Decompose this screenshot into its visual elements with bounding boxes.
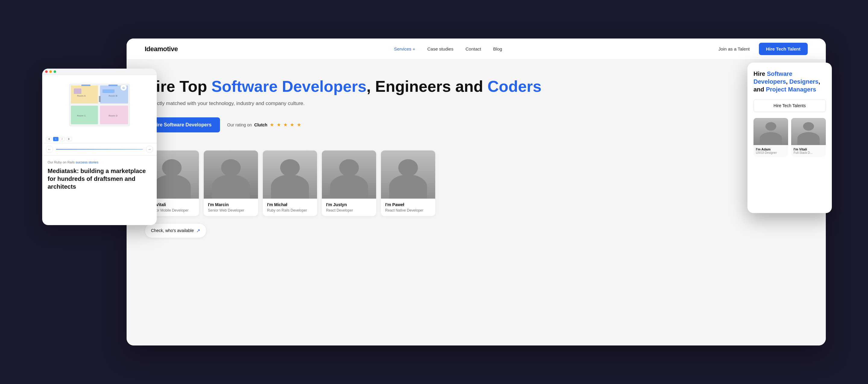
left-side-card: Room A Room B Room C Room D G ◀ 1 2 ▶ (42, 69, 157, 225)
rc-avatar-photo-adam (753, 118, 788, 145)
rc-title-blue2: Designers (789, 78, 818, 85)
page-1[interactable]: 1 (53, 137, 59, 141)
dev-photo-justyn (322, 150, 376, 199)
pagination-bar: ◀ 1 2 ▶ (42, 135, 157, 143)
rating-block: Our rating on Clutch ★ ★ ★ ★ ★ (227, 122, 302, 128)
check-available-label: Check, who's available (151, 228, 194, 233)
svg-text:G: G (122, 86, 124, 90)
svg-text:Room A: Room A (77, 95, 86, 97)
left-card-text: Our Ruby on Rails success stories Mediat… (42, 155, 157, 225)
minimize-dot (50, 70, 52, 73)
rc-title-prefix: Hire (753, 70, 767, 77)
floor-plan-svg: Room A Room B Room C Room D G (66, 81, 133, 129)
close-dot (45, 70, 48, 73)
person-silhouette-michal (263, 150, 317, 199)
developers-grid: I'm Vitali Senior Mobile Developer I'm M… (145, 150, 808, 216)
hero-title-blue1: Software Developers (211, 78, 366, 95)
nav-services[interactable]: Services + (394, 46, 415, 51)
clutch-name: Clutch (254, 123, 268, 127)
person-silhouette-vitali2 (791, 118, 826, 145)
dev-info-justyn: I'm Justyn React Developer (322, 199, 376, 216)
dev-card-justyn[interactable]: I'm Justyn React Developer (322, 150, 376, 216)
rc-avatar-adam[interactable]: I'm Adam UX/UI Designer (753, 118, 788, 157)
person-silhouette-adam (753, 118, 788, 145)
rc-avatars-row: I'm Adam UX/UI Designer I'm Vitali Full-… (753, 118, 826, 157)
dev-card-pawel[interactable]: I'm Paweł React Native Developer (381, 150, 435, 216)
nav-arrows: ← → (42, 143, 157, 155)
dev-photo-marcin (204, 150, 258, 199)
developers-section: I'm Vitali Senior Mobile Developer I'm M… (127, 144, 826, 346)
nav-case-studies[interactable]: Case studies (427, 46, 454, 51)
dev-info-pawel: I'm Paweł React Native Developer (381, 199, 435, 216)
check-available-button[interactable]: Check, who's available ↗ (145, 223, 207, 238)
svg-text:Room C: Room C (77, 114, 86, 117)
progress-line (56, 149, 143, 149)
lc-big-text: Mediatask: building a marketplace for hu… (48, 167, 151, 190)
dev-role-michal: Ruby on Rails Developer (267, 208, 313, 212)
rc-hire-button[interactable]: Hire Tech Talents (753, 99, 826, 112)
svg-rect-6 (108, 84, 118, 86)
rc-avatar-name-adam: I'm Adam (756, 147, 786, 151)
join-talent-link[interactable]: Join as a Talent (718, 46, 750, 51)
nav-right: Join as a Talent Hire Tech Talent (718, 43, 808, 55)
page-numbers: 1 2 (53, 137, 65, 141)
page-prev[interactable]: ◀ (46, 137, 52, 141)
dev-role-marcin: Senior Web Developer (208, 208, 254, 212)
browser-bar (42, 69, 157, 75)
hero-section: Hire Top Software Developers, Engineers … (127, 60, 826, 144)
hero-subtitle: Perfectly matched with your technology, … (145, 101, 808, 107)
rc-avatar-vitali2[interactable]: I'm Vitali Full-Stack D... (791, 118, 826, 157)
dev-info-marcin: I'm Marcin Senior Web Developer (204, 199, 258, 216)
rc-avatar-info-adam: I'm Adam UX/UI Designer (753, 145, 788, 157)
main-browser-window: Ideamotive Services + Case studies Conta… (127, 38, 826, 346)
page-2[interactable]: 2 (59, 137, 65, 141)
dev-name-justyn: I'm Justyn (326, 202, 372, 207)
dev-name-pawel: I'm Paweł (385, 202, 431, 207)
svg-text:Room D: Room D (108, 114, 118, 117)
dev-card-marcin[interactable]: I'm Marcin Senior Web Developer (204, 150, 258, 216)
svg-rect-5 (82, 84, 90, 86)
svg-rect-8 (74, 89, 82, 94)
nav-contact[interactable]: Contact (465, 46, 481, 51)
svg-text:Room B: Room B (109, 95, 118, 97)
hero-title: Hire Top Software Developers, Engineers … (145, 78, 808, 96)
rc-avatar-name-vitali2: I'm Vitali (794, 147, 824, 151)
lc-success-link[interactable]: success stories (76, 161, 98, 164)
dev-card-michal[interactable]: I'm Michał Ruby on Rails Developer (263, 150, 317, 216)
back-arrow-button[interactable]: ← (46, 146, 53, 153)
person-silhouette-pawel (381, 150, 435, 199)
rc-avatars: I'm Adam UX/UI Designer I'm Vitali Full-… (753, 118, 826, 206)
rc-title: Hire Software Developers, Designers, and… (753, 70, 826, 93)
rc-avatar-info-vitali2: I'm Vitali Full-Stack D... (791, 145, 826, 157)
rc-avatar-photo-vitali2 (791, 118, 826, 145)
lc-small-text: Our Ruby on Rails success stories (48, 161, 151, 164)
person-silhouette-justyn (322, 150, 376, 199)
navbar: Ideamotive Services + Case studies Conta… (127, 38, 826, 60)
stars: ★ ★ ★ ★ ★ (270, 122, 302, 128)
dev-photo-pawel (381, 150, 435, 199)
app-screenshot: Room A Room B Room C Room D G (42, 75, 157, 135)
dev-role-justyn: React Developer (326, 208, 372, 212)
rc-avatar-role-adam: UX/UI Designer (756, 151, 786, 154)
rc-title-mid: , (786, 78, 789, 85)
page-next[interactable]: ▶ (66, 137, 72, 141)
forward-arrow-button[interactable]: → (146, 146, 153, 153)
logo[interactable]: Ideamotive (145, 45, 178, 53)
rating-prefix: Our rating on (227, 123, 252, 127)
arrow-icon: ↗ (196, 228, 200, 234)
svg-rect-7 (99, 96, 101, 102)
lc-prefix: Our Ruby on Rails (48, 161, 76, 164)
nav-links: Services + Case studies Contact Blog (394, 46, 502, 51)
hero-title-mid: , Engineers and (367, 78, 488, 95)
rc-title-blue3: Project Managers (766, 86, 816, 93)
rc-avatar-role-vitali2: Full-Stack D... (794, 151, 824, 154)
dev-name-marcin: I'm Marcin (208, 202, 254, 207)
hero-actions: Hire Software Developers Our rating on C… (145, 117, 808, 132)
maximize-dot (54, 70, 56, 73)
person-silhouette-marcin (204, 150, 258, 199)
hire-tech-talent-button[interactable]: Hire Tech Talent (759, 43, 808, 55)
dev-name-michal: I'm Michał (267, 202, 313, 207)
nav-blog[interactable]: Blog (493, 46, 502, 51)
right-side-card: Hire Software Developers, Designers, and… (747, 63, 832, 213)
dev-role-pawel: React Native Developer (385, 208, 431, 212)
